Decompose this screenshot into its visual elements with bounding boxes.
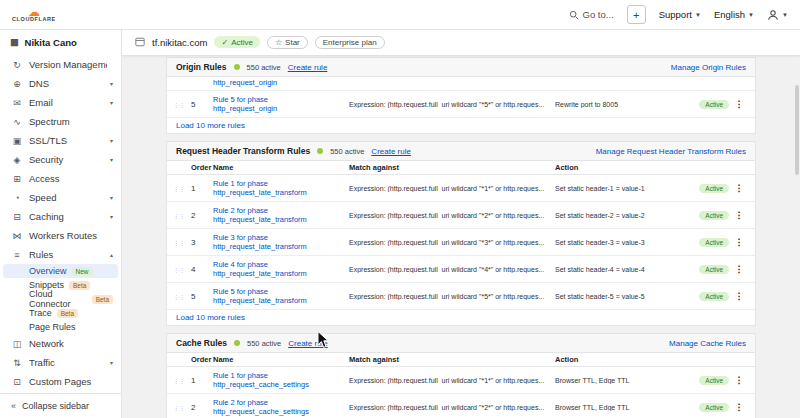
user-icon <box>767 9 779 21</box>
sidebar-item-rules-cloud-connector[interactable]: Cloud Connector Beta <box>0 292 121 306</box>
rule-match-expression: Expression: (http.request.full_uri wildc… <box>349 212 555 219</box>
drag-handle-icon[interactable]: ⋮⋮ <box>173 101 191 108</box>
column-order: Order <box>191 355 213 364</box>
status-badge: Active <box>699 265 729 274</box>
sidebar-item-security[interactable]: ◈ Security ▾ <box>0 150 121 169</box>
load-more-row: Load 10 more rules <box>167 118 755 133</box>
column-name: Name <box>213 163 349 172</box>
user-menu[interactable]: ▼ <box>767 9 788 21</box>
table-row: ⋮⋮ 2 Rule 2 for phase http_request_late_… <box>167 202 755 229</box>
global-search[interactable]: Go to... <box>569 9 614 20</box>
sidebar-item-caching[interactable]: ⊟ Caching ▾ <box>0 207 121 226</box>
domain-name: tf.nikitac.com <box>152 37 207 48</box>
rule-action: Set static header-3 = value-3 <box>555 239 677 246</box>
account-selector[interactable]: ▦ Nikita Cano <box>0 29 121 55</box>
rule-match-expression: Expression: (http.request.full_uri wildc… <box>349 239 555 246</box>
version-management-icon: ↻ <box>11 60 23 70</box>
sidebar-item-network[interactable]: ◫ Network <box>0 334 121 353</box>
sidebar-item-spectrum[interactable]: ∿ Spectrum <box>0 112 121 131</box>
mouse-cursor <box>317 331 329 349</box>
sidebar-item-custom-pages[interactable]: ⊡ Custom Pages <box>0 372 121 391</box>
rule-order: 1 <box>191 184 213 193</box>
workers-routes-icon: ⋈ <box>11 231 23 241</box>
chevron-down-icon: ▾ <box>110 137 113 144</box>
origin-rules-section: Origin Rules 550 active Create rule Mana… <box>166 57 756 134</box>
drag-handle-icon[interactable]: ⋮⋮ <box>173 239 191 246</box>
support-menu[interactable]: Support ▼ <box>659 9 701 20</box>
rule-order: 3 <box>191 238 213 247</box>
access-icon: ⊞ <box>11 174 23 184</box>
collapse-sidebar-button[interactable]: « Collapse sidebar <box>0 393 121 418</box>
rule-action: Rewrite port to 8005 <box>555 101 677 108</box>
kebab-menu-icon[interactable]: ⋮ <box>735 402 744 412</box>
search-label: Go to... <box>583 9 614 20</box>
drag-handle-icon[interactable]: ⋮⋮ <box>173 212 191 219</box>
cloudflare-logo[interactable]: ☁ CLOUDFLARE <box>12 7 56 23</box>
add-site-button[interactable]: + <box>627 5 646 24</box>
load-more-rules-link[interactable]: Load 10 more rules <box>176 313 245 322</box>
rule-name-link[interactable]: Rule 1 for phase http_request_cache_sett… <box>213 371 349 390</box>
rule-name-link[interactable]: Rule 4 for phase http_request_late_trans… <box>213 260 349 279</box>
rule-name-link[interactable]: http_request_origin <box>213 77 277 88</box>
star-button[interactable]: ☆ Star <box>267 36 308 49</box>
section-header: Origin Rules 550 active Create rule Mana… <box>167 58 755 77</box>
manage-cache-rules-link[interactable]: Manage Cache Rules <box>669 339 746 348</box>
kebab-menu-icon[interactable]: ⋮ <box>735 375 744 385</box>
status-dot-icon <box>234 64 240 70</box>
create-rule-link[interactable]: Create rule <box>288 63 328 72</box>
table-column-headers: Order Name Match against Action <box>167 353 755 367</box>
sidebar-item-rules[interactable]: ≡ Rules ▴ <box>0 245 121 264</box>
rule-name-link[interactable]: Rule 1 for phase http_request_late_trans… <box>213 179 349 198</box>
rule-action: Set static header-5 = value-5 <box>555 293 677 300</box>
rule-order: 5 <box>191 100 213 109</box>
section-title: Origin Rules <box>176 62 227 72</box>
vertical-scrollbar[interactable] <box>795 85 799 175</box>
sidebar-item-speed[interactable]: ◔ Speed ▾ <box>0 188 121 207</box>
rule-name-link[interactable]: Rule 5 for phase http_request_origin <box>213 95 349 114</box>
chevron-up-icon: ▴ <box>110 251 113 258</box>
sidebar-item-email[interactable]: ✉ Email ▾ <box>0 93 121 112</box>
chevron-down-icon: ▾ <box>110 213 113 220</box>
column-order: Order <box>191 163 213 172</box>
sidebar-item-rules-overview[interactable]: Overview New <box>3 264 118 278</box>
kebab-menu-icon[interactable]: ⋮ <box>735 291 744 301</box>
drag-handle-icon[interactable]: ⋮⋮ <box>173 377 191 384</box>
rule-order: 2 <box>191 403 213 412</box>
rule-match-expression: Expression: (http.request.full_uri wildc… <box>349 293 555 300</box>
manage-request-header-transform-rules-link[interactable]: Manage Request Header Transform Rules <box>596 147 746 156</box>
kebab-menu-icon[interactable]: ⋮ <box>735 264 744 274</box>
section-title: Request Header Transform Rules <box>176 146 310 156</box>
load-more-rules-link[interactable]: Load 10 more rules <box>176 121 245 130</box>
create-rule-link[interactable]: Create rule <box>371 147 411 156</box>
new-badge: New <box>72 267 93 276</box>
rule-name-link[interactable]: Rule 5 for phase http_request_late_trans… <box>213 287 349 306</box>
sidebar-item-rules-page-rules[interactable]: Page Rules <box>0 320 121 334</box>
chevron-down-icon: ▼ <box>748 12 754 18</box>
sidebar-item-version-management[interactable]: ↻ Version Management <box>0 55 121 74</box>
sidebar-item-access[interactable]: ⊞ Access <box>0 169 121 188</box>
spectrum-icon: ∿ <box>11 117 23 127</box>
sidebar-item-dns[interactable]: ⊕ DNS ▾ <box>0 74 121 93</box>
manage-origin-rules-link[interactable]: Manage Origin Rules <box>671 63 746 72</box>
rule-name-link[interactable]: Rule 2 for phase http_request_cache_sett… <box>213 398 349 417</box>
drag-handle-icon[interactable]: ⋮⋮ <box>173 185 191 192</box>
drag-handle-icon[interactable]: ⋮⋮ <box>173 293 191 300</box>
kebab-menu-icon[interactable]: ⋮ <box>735 210 744 220</box>
drag-handle-icon[interactable]: ⋮⋮ <box>173 266 191 273</box>
section-title: Cache Rules <box>176 338 227 348</box>
kebab-menu-icon[interactable]: ⋮ <box>735 99 744 109</box>
caching-icon: ⊟ <box>11 212 23 222</box>
drag-handle-icon[interactable]: ⋮⋮ <box>173 404 191 411</box>
sidebar-item-workers-routes[interactable]: ⋈ Workers Routes <box>0 226 121 245</box>
rule-name-link[interactable]: Rule 2 for phase http_request_late_trans… <box>213 206 349 225</box>
rule-match-expression: Expression: (http.request.full_uri wildc… <box>349 404 555 411</box>
sidebar-item-rules-trace[interactable]: Trace Beta <box>0 306 121 320</box>
kebab-menu-icon[interactable]: ⋮ <box>735 183 744 193</box>
sidebar-item-ssl-tls[interactable]: ▣ SSL/TLS ▾ <box>0 131 121 150</box>
rule-order: 4 <box>191 265 213 274</box>
sidebar-item-traffic[interactable]: ⇅ Traffic ▾ <box>0 353 121 372</box>
rule-name-link[interactable]: Rule 3 for phase http_request_late_trans… <box>213 233 349 252</box>
kebab-menu-icon[interactable]: ⋮ <box>735 237 744 247</box>
section-header: Cache Rules 550 active Create rule Manag… <box>167 334 755 353</box>
language-menu[interactable]: English ▼ <box>714 9 754 20</box>
